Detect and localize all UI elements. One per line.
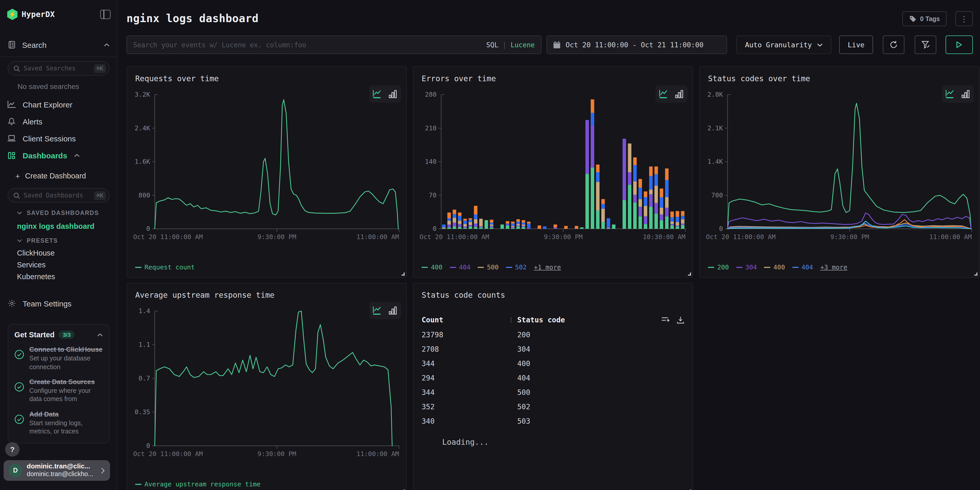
sidebar-item-alerts[interactable]: Alerts <box>0 114 117 129</box>
section-saved-dashboards[interactable]: SAVED DASHBOARDS <box>17 208 99 218</box>
saved-searches-input[interactable] <box>24 65 91 72</box>
hyperdx-logo-icon: ⚡ <box>7 9 18 20</box>
bar-chart-toggle-icon[interactable] <box>960 88 971 100</box>
column-header-status-code[interactable]: Status code <box>513 316 661 324</box>
resize-handle[interactable] <box>974 272 977 275</box>
legend-item[interactable]: Average upstream response time <box>135 480 261 488</box>
granularity-select[interactable]: Auto Granularity <box>736 35 831 54</box>
run-query-button[interactable] <box>945 35 973 54</box>
bar-chart-toggle-icon[interactable] <box>673 88 685 100</box>
chart-type-toggle <box>655 85 687 103</box>
legend-more-link[interactable]: +3 more <box>820 263 847 271</box>
errors-chart[interactable]: 280210140700Oct 20 11:00:00 AM9:30:00 PM… <box>418 89 689 245</box>
sidebar-item-chart-explorer[interactable]: Chart Explorer <box>0 97 117 111</box>
mode-lucene[interactable]: Lucene <box>511 41 535 49</box>
table-format-icon[interactable] <box>661 316 670 323</box>
table-row[interactable]: 344500 <box>422 385 684 399</box>
filter-button[interactable] <box>915 35 936 54</box>
saved-searches-search[interactable]: ⌘K <box>8 61 110 76</box>
chevron-right-icon <box>101 467 105 474</box>
resize-handle[interactable] <box>402 272 405 275</box>
refresh-icon <box>889 41 898 49</box>
svg-text:2.8K: 2.8K <box>708 91 723 98</box>
gear-icon <box>7 299 16 308</box>
user-menu[interactable]: D dominic.tran@clic... dominic.tran@clic… <box>3 460 110 481</box>
create-dashboard-button[interactable]: + Create Dashboard <box>16 170 86 182</box>
event-search-box[interactable]: SQL | Lucene <box>126 35 541 54</box>
check-circle-icon <box>14 382 24 392</box>
line-chart-toggle-icon[interactable] <box>372 305 383 316</box>
refresh-button[interactable] <box>883 35 904 54</box>
avg-upstream-chart[interactable]: 1.41.10.70.350Oct 20 11:00:00 AM9:30:00 … <box>132 306 402 462</box>
status-codes-chart[interactable]: 2.8K2.1K1.4K7000Oct 20 11:00:00 AM9:30:0… <box>705 89 975 245</box>
table-row[interactable]: 352502 <box>422 399 684 414</box>
sidebar: ⚡ HyperDX Search ⌘K No saved searches Ch… <box>0 0 117 490</box>
svg-text:2.1K: 2.1K <box>708 124 723 132</box>
get-started-item[interactable]: Add Data Start sending logs, metrics, or… <box>14 410 103 436</box>
resize-handle[interactable] <box>688 272 691 275</box>
legend-item[interactable]: 500 <box>478 263 498 271</box>
legend-item[interactable]: 400 <box>764 263 785 271</box>
chevron-up-icon[interactable] <box>97 333 103 337</box>
chart-legend: Average upstream response time <box>135 480 261 488</box>
mode-sql[interactable]: SQL <box>486 41 498 49</box>
legend-more-link[interactable]: +1 more <box>534 263 561 271</box>
table-row[interactable]: 294404 <box>422 371 684 385</box>
sidebar-section-search[interactable]: Search <box>0 38 117 51</box>
preset-clickhouse[interactable]: ClickHouse <box>17 247 55 259</box>
column-resize-handle[interactable]: ⋮ <box>508 316 513 323</box>
get-started-item[interactable]: Create Data Sources Configure where your… <box>14 378 103 404</box>
sidebar-item-team-settings[interactable]: Team Settings <box>0 296 117 310</box>
tags-button[interactable]: 0 Tags <box>903 11 947 26</box>
search-section-icon <box>7 40 16 49</box>
bell-icon <box>7 117 16 126</box>
get-started-item[interactable]: Connect to ClickHouse Set up your databa… <box>14 345 103 371</box>
line-chart-toggle-icon[interactable] <box>658 88 670 100</box>
legend-item[interactable]: Request count <box>135 263 195 271</box>
get-started-item-desc: Set up your database connection <box>29 355 103 371</box>
dashboard-menu-button[interactable]: ⋮ <box>955 11 973 26</box>
get-started-item-title: Create Data Sources <box>29 378 103 387</box>
table-row[interactable]: 23798200 <box>422 328 684 342</box>
line-chart-toggle-icon[interactable] <box>372 88 383 100</box>
time-range-picker[interactable]: Oct 20 11:00:00 - Oct 21 11:00:00 <box>547 35 727 54</box>
panel-title: Requests over time <box>135 74 219 83</box>
line-chart-toggle-icon[interactable] <box>945 88 956 100</box>
svg-text:3.2K: 3.2K <box>135 91 150 98</box>
live-button[interactable]: Live <box>839 35 873 54</box>
table-row[interactable]: 2708304 <box>422 342 684 356</box>
svg-text:2.4K: 2.4K <box>135 124 150 132</box>
main-content: nginx logs dashboard 0 Tags ⋮ SQL | Luce… <box>117 0 980 490</box>
requests-chart[interactable]: 3.2K2.4K1.6K8000Oct 20 11:00:00 AM9:30:0… <box>132 89 402 245</box>
table-row[interactable]: 344400 <box>422 356 684 371</box>
legend-item[interactable]: 304 <box>736 263 757 271</box>
sidebar-collapse-icon[interactable] <box>100 10 111 19</box>
sidebar-item-client-sessions[interactable]: Client Sessions <box>0 131 117 145</box>
table-row[interactable]: 340503 <box>422 414 684 428</box>
event-search-input[interactable] <box>133 41 481 49</box>
download-csv-icon[interactable] <box>677 316 684 324</box>
legend-item[interactable]: 400 <box>422 263 442 271</box>
bar-chart-toggle-icon[interactable] <box>387 305 398 316</box>
preset-services[interactable]: Services <box>17 259 46 270</box>
column-header-count[interactable]: Count <box>422 316 508 324</box>
shortcut-badge: ⌘K <box>94 64 106 73</box>
legend-item[interactable]: 404 <box>792 263 813 271</box>
sidebar-item-dashboards[interactable]: Dashboards <box>0 148 117 162</box>
legend-item[interactable]: 200 <box>708 263 729 271</box>
legend-item[interactable]: 502 <box>506 263 527 271</box>
saved-dashboards-search[interactable]: ⌘K <box>8 188 110 202</box>
preset-kubernetes[interactable]: Kubernetes <box>17 271 55 282</box>
chart-legend: 200 304 400 404 +3 more <box>708 263 847 271</box>
dashboard-link-nginx-logs[interactable]: nginx logs dashboard <box>17 221 94 232</box>
chart-legend: Request count <box>135 263 195 271</box>
panel-requests-over-time: Requests over time 3.2K2.4K1.6K8000Oct 2… <box>126 66 407 278</box>
svg-text:9:30:00 PM: 9:30:00 PM <box>258 450 296 458</box>
bar-chart-toggle-icon[interactable] <box>387 88 398 100</box>
legend-item[interactable]: 404 <box>450 263 471 271</box>
svg-text:0: 0 <box>719 225 723 232</box>
panel-avg-upstream-response-time: Average upstream response time 1.41.10.7… <box>126 283 407 490</box>
section-presets[interactable]: PRESETS <box>17 235 58 246</box>
help-button[interactable]: ? <box>5 442 19 457</box>
saved-dashboards-input[interactable] <box>24 192 91 199</box>
